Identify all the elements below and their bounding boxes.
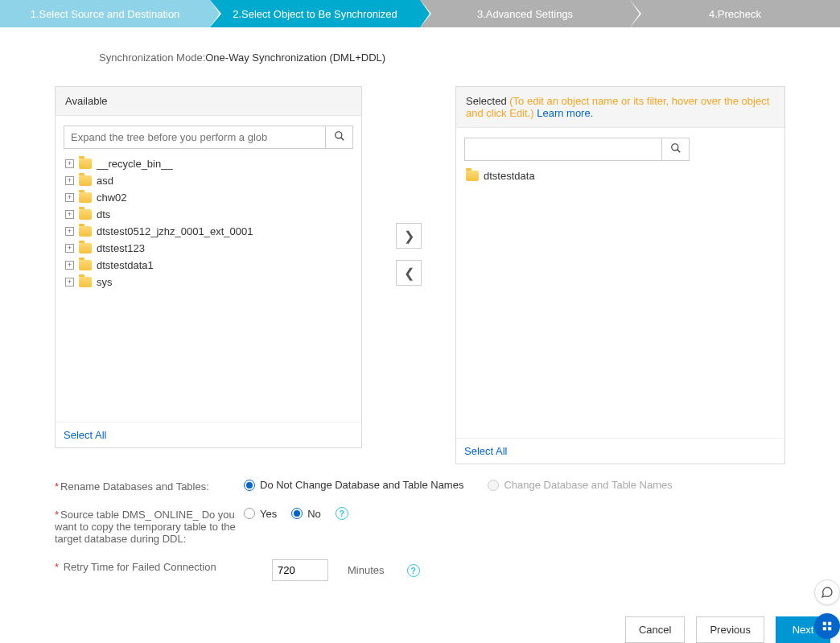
step-source-destination[interactable]: 1.Select Source and Destination [0, 0, 210, 27]
step-label: 2.Select Object to Be Synchronized [233, 8, 397, 20]
rename-option-change[interactable]: Change Database and Table Names [488, 479, 672, 491]
tree-item[interactable]: +dtstest0512_jzhz_0001_ext_0001 [64, 223, 353, 240]
tree-label: chw02 [97, 192, 127, 204]
folder-icon [79, 209, 92, 220]
svg-rect-7 [828, 627, 831, 630]
available-panel: Available +__recycle_bin__ +asd +chw02 +… [55, 86, 362, 448]
rename-label: *Rename Databases and Tables: [55, 479, 244, 493]
selected-title: Selected [466, 95, 507, 107]
radio-label: Yes [260, 508, 277, 520]
dms-option-yes[interactable]: Yes [244, 508, 277, 520]
available-header: Available [56, 87, 361, 116]
selected-panel: Selected (To edit an object name or its … [455, 86, 785, 464]
wizard-steps: 1.Select Source and Destination 2.Select… [0, 0, 840, 27]
step-label: 3.Advanced Settings [477, 8, 573, 20]
svg-rect-6 [823, 627, 826, 630]
tree-label: dtstest123 [97, 242, 145, 254]
learn-more-link[interactable]: Learn more. [537, 107, 593, 119]
search-icon [670, 142, 681, 156]
svg-line-1 [340, 138, 344, 141]
step-label: 1.Select Source and Destination [31, 8, 180, 20]
tree-item[interactable]: +dtstestdata1 [64, 257, 353, 274]
tree-item[interactable]: +asd [64, 172, 353, 189]
sync-mode-value: One-Way Synchronization (DML+DDL) [205, 52, 385, 64]
retry-unit: Minutes [348, 564, 385, 576]
folder-icon [79, 175, 92, 186]
svg-point-2 [671, 144, 677, 150]
folder-icon [466, 171, 479, 181]
expand-icon[interactable]: + [65, 261, 74, 270]
folder-icon [79, 243, 92, 253]
chat-icon[interactable] [814, 579, 840, 605]
selected-select-all-link[interactable]: Select All [464, 445, 507, 457]
radio-icon [244, 480, 255, 491]
folder-icon [79, 226, 92, 237]
retry-input[interactable] [272, 559, 328, 581]
apps-icon[interactable] [814, 613, 840, 639]
tree-label: __recycle_bin__ [97, 158, 173, 170]
expand-icon[interactable]: + [65, 210, 74, 219]
tree-item[interactable]: dtstestdata [464, 167, 776, 184]
radio-label: No [307, 508, 321, 520]
folder-icon [79, 260, 92, 270]
available-search [64, 126, 353, 149]
footer-buttons: Cancel Previous Next [0, 612, 840, 643]
step-advanced-settings[interactable]: 3.Advanced Settings [420, 0, 630, 27]
svg-rect-5 [828, 622, 831, 625]
tree-item[interactable]: +__recycle_bin__ [64, 155, 353, 172]
tree-item[interactable]: +dts [64, 206, 353, 223]
radio-icon [488, 480, 499, 491]
dms-option-no[interactable]: No [291, 508, 321, 520]
expand-icon[interactable]: + [65, 244, 74, 253]
step-precheck[interactable]: 4.Precheck [630, 0, 840, 27]
selected-hint: (To edit an object name or its filter, h… [466, 95, 769, 119]
tree-label: sys [97, 276, 113, 288]
cancel-button[interactable]: Cancel [625, 616, 685, 643]
svg-point-0 [335, 132, 341, 138]
selected-tree: dtstestdata [464, 167, 776, 184]
chevron-right-icon: ❯ [404, 229, 414, 244]
tree-item[interactable]: +chw02 [64, 189, 353, 206]
tree-item[interactable]: +sys [64, 274, 353, 291]
tree-item[interactable]: +dtstest123 [64, 240, 353, 257]
sync-mode-row: Synchronization Mode:One-Way Synchroniza… [99, 52, 826, 64]
available-search-button[interactable] [325, 126, 352, 148]
chevron-left-icon: ❮ [404, 266, 414, 281]
available-title: Available [65, 95, 108, 107]
svg-rect-4 [823, 622, 826, 625]
svg-line-3 [677, 150, 680, 153]
move-right-button[interactable]: ❯ [396, 223, 422, 249]
selected-search-input[interactable] [465, 138, 661, 160]
available-tree: +__recycle_bin__ +asd +chw02 +dts +dtste… [64, 155, 353, 291]
step-select-object[interactable]: 2.Select Object to Be Synchronized [210, 0, 420, 27]
help-icon[interactable]: ? [336, 507, 348, 520]
previous-button[interactable]: Previous [696, 616, 764, 643]
expand-icon[interactable]: + [65, 227, 74, 236]
expand-icon[interactable]: + [65, 278, 74, 286]
radio-label: Do Not Change Database and Table Names [260, 479, 463, 491]
dms-label: *Source table DMS_ ONLINE_ Do you want t… [55, 507, 244, 545]
expand-icon[interactable]: + [65, 176, 74, 185]
expand-icon[interactable]: + [65, 193, 74, 202]
search-icon [334, 130, 345, 144]
rename-option-nochange[interactable]: Do Not Change Database and Table Names [244, 479, 463, 491]
tree-label: dtstestdata1 [97, 259, 154, 271]
selected-search-button[interactable] [661, 138, 689, 160]
tree-label: dts [97, 208, 110, 221]
folder-icon [79, 159, 92, 169]
tree-label: dtstest0512_jzhz_0001_ext_0001 [97, 225, 253, 237]
folder-icon [79, 277, 92, 287]
help-icon[interactable]: ? [407, 564, 420, 577]
folder-icon [79, 192, 92, 203]
radio-icon [291, 508, 303, 519]
transfer-buttons: ❯ ❮ [396, 86, 422, 286]
radio-icon [244, 508, 255, 519]
move-left-button[interactable]: ❮ [396, 260, 422, 286]
available-select-all-link[interactable]: Select All [64, 429, 106, 441]
sync-mode-label: Synchronization Mode: [99, 52, 205, 64]
tree-label: asd [97, 175, 113, 187]
expand-icon[interactable]: + [65, 159, 74, 168]
selected-search [464, 138, 690, 161]
available-search-input[interactable] [64, 126, 325, 148]
retry-label: * Retry Time for Failed Connection [55, 559, 244, 573]
